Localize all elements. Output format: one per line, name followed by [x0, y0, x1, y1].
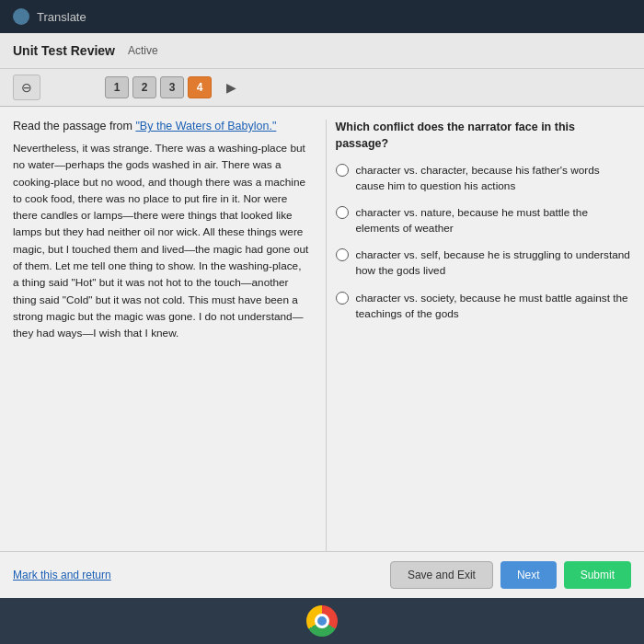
answer-text-d: character vs. society, because he must b…: [356, 291, 632, 322]
toolbar: ⊖ 1 2 3 4 ▶: [0, 68, 644, 107]
print-icon: ⊖: [21, 80, 32, 95]
page-navigation: 1 2 3 4: [105, 76, 212, 98]
header-bar: Unit Test Review Active: [0, 33, 644, 68]
passage-section: Read the passage from "By the Waters of …: [13, 120, 326, 551]
radio-c[interactable]: [336, 248, 349, 261]
page-1-button[interactable]: 1: [105, 76, 129, 98]
answer-text-c: character vs. self, because he is strugg…: [356, 247, 632, 279]
answer-text-a: character vs. character, because his fat…: [356, 163, 632, 194]
passage-prompt-text: Read the passage from: [13, 120, 135, 132]
answer-option-a[interactable]: character vs. character, because his fat…: [336, 163, 632, 194]
radio-b[interactable]: [336, 206, 349, 219]
submit-button[interactable]: Submit: [564, 561, 631, 589]
chrome-icon: [306, 605, 338, 637]
answer-option-b[interactable]: character vs. nature, because he must ba…: [336, 205, 632, 236]
page-title: Unit Test Review: [13, 43, 115, 58]
print-button[interactable]: ⊖: [13, 75, 40, 100]
question-section: Which conflict does the narrator face in…: [326, 120, 632, 551]
translate-label: Translate: [37, 10, 86, 24]
footer-buttons: Save and Exit Next Submit: [390, 561, 631, 589]
passage-prompt: Read the passage from "By the Waters of …: [13, 120, 309, 132]
browser-icon: [13, 8, 29, 25]
question-text: Which conflict does the narrator face in…: [336, 120, 632, 152]
status-badge: Active: [128, 44, 158, 57]
answer-options: character vs. character, because his fat…: [336, 163, 632, 322]
page-3-button[interactable]: 3: [160, 76, 184, 98]
mark-return-link[interactable]: Mark this and return: [13, 569, 111, 581]
save-exit-button[interactable]: Save and Exit: [390, 561, 493, 589]
content-body: Read the passage from "By the Waters of …: [0, 107, 644, 551]
footer-bar: Mark this and return Save and Exit Next …: [0, 551, 644, 598]
answer-text-b: character vs. nature, because he must ba…: [356, 205, 632, 236]
answer-option-d[interactable]: character vs. society, because he must b…: [336, 291, 632, 322]
radio-d[interactable]: [336, 292, 349, 305]
radio-a[interactable]: [336, 164, 349, 177]
answer-option-c[interactable]: character vs. self, because he is strugg…: [336, 247, 632, 279]
next-page-arrow[interactable]: ▶: [226, 80, 236, 95]
next-button[interactable]: Next: [500, 561, 557, 589]
page-2-button[interactable]: 2: [132, 76, 156, 98]
passage-text: Nevertheless, it was strange. There was …: [13, 140, 309, 341]
passage-link[interactable]: "By the Waters of Babylon.": [135, 120, 276, 132]
top-bar: Translate: [0, 0, 644, 33]
main-content: Read the passage from "By the Waters of …: [0, 107, 644, 598]
chrome-inner-circle: [315, 614, 329, 628]
chrome-bar: [0, 598, 644, 644]
page-4-button[interactable]: 4: [188, 76, 212, 98]
